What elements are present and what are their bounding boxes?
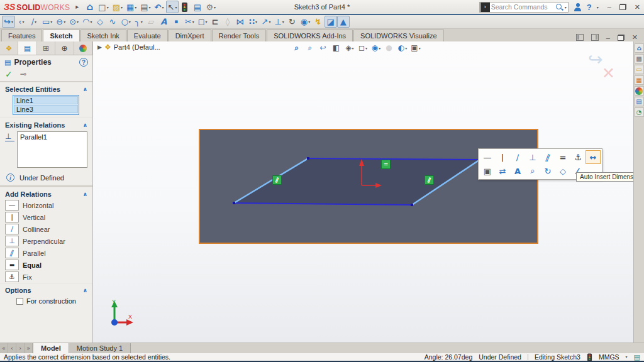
quick-snaps-icon[interactable]: ◉▾ — [299, 16, 312, 28]
exit-sketch-icon[interactable]: ↪▾ — [2, 16, 15, 28]
tab-evaluate[interactable]: Evaluate — [127, 30, 168, 41]
flyout-arrow-icon[interactable]: ▸ — [71, 1, 84, 13]
make-horizontal-icon[interactable]: — — [480, 150, 495, 164]
options-icon[interactable]: ⚙▾ — [204, 1, 218, 13]
feature-statistics-icon[interactable]: ▤ — [191, 1, 204, 13]
straight-slot-icon[interactable]: ⊖▾ — [54, 16, 67, 28]
select-icon[interactable]: ↖▾ — [166, 1, 179, 13]
solidworks-resources-icon[interactable]: ▩ — [635, 54, 644, 63]
tab-features[interactable]: Features — [1, 30, 42, 41]
existing-relations-list[interactable]: Parallel1 — [17, 131, 87, 168]
selected-entity-item[interactable]: Line1 — [14, 96, 78, 104]
display-relations-icon[interactable]: ⊥▾ — [272, 16, 286, 28]
new-document-icon[interactable]: □▾ — [96, 1, 110, 13]
traffic-light-icon[interactable] — [179, 1, 191, 13]
annotation-icon[interactable]: A — [510, 164, 525, 178]
search-commands-box[interactable]: › Search Commands ▾ — [479, 2, 569, 13]
selected-entities-list[interactable]: Line1 Line3 — [13, 95, 79, 115]
offset-entities-icon[interactable]: ⊏ — [209, 16, 222, 28]
line-icon[interactable]: ∕▾ — [28, 16, 40, 28]
construction-geometry-icon[interactable]: ◇ — [555, 164, 570, 178]
for-construction-checkbox[interactable] — [16, 298, 23, 305]
sketch-preview-icon[interactable]: ▲ — [337, 16, 350, 28]
relation-fix[interactable]: ⚓ Fix — [0, 271, 92, 283]
plane-icon[interactable]: ▱ — [145, 16, 158, 28]
user-account-icon[interactable] — [574, 3, 582, 11]
make-perpendicular-icon[interactable]: ⊥ — [525, 150, 540, 164]
tab-sketch-ink[interactable]: Sketch Ink — [80, 30, 126, 41]
tab-solidworks-add-ins[interactable]: SOLIDWORKS Add-Ins — [267, 30, 353, 41]
relation-horizontal[interactable]: — Horizontal — [0, 199, 92, 211]
zoom-to-area-icon[interactable]: ⌕ — [304, 42, 316, 53]
tab-model[interactable]: Model — [33, 343, 69, 353]
convert-entities-icon[interactable]: ◻▾ — [196, 16, 209, 28]
help-icon[interactable]: ? — [587, 3, 592, 12]
display-style-icon[interactable]: ◻▾ — [357, 42, 369, 53]
text-icon[interactable]: A — [158, 16, 170, 28]
zoom-to-selection-icon[interactable]: ⌕ — [525, 164, 540, 178]
relation-equal[interactable]: = Equal — [0, 259, 92, 271]
propertymanager-tab-icon[interactable]: ▤ — [18, 41, 36, 55]
parallel-relation-badge[interactable]: ∥ — [425, 175, 434, 185]
apply-scene-icon[interactable]: ◐▾ — [396, 42, 409, 53]
forum-icon[interactable]: ◔ — [635, 107, 644, 117]
vertex-point[interactable] — [233, 202, 235, 204]
selected-entity-item[interactable]: Line3 — [14, 105, 78, 113]
trim-entities-icon[interactable]: ✂▾ — [183, 16, 196, 28]
zoom-to-fit-icon[interactable]: ⌕ — [291, 42, 303, 53]
search-input[interactable]: Search Commands — [491, 3, 555, 11]
doc-close-button[interactable]: ✕ — [632, 33, 638, 41]
linear-pattern-icon[interactable]: ∷▾ — [247, 16, 260, 28]
edit-appearance-icon[interactable]: ● — [383, 42, 396, 53]
task-home-icon[interactable]: ⌂ — [635, 43, 644, 53]
dimxpertmanager-tab-icon[interactable]: ⊕ — [55, 41, 74, 55]
custom-properties-icon[interactable]: ▤ — [635, 97, 644, 106]
fix-icon[interactable]: ⚓ — [570, 150, 586, 164]
relation-parallel[interactable]: ∥ Parallel — [0, 247, 92, 259]
units-caret-icon[interactable]: ▾ — [626, 353, 628, 361]
panel-help-icon[interactable]: ? — [79, 58, 88, 67]
home-icon[interactable]: ⌂ — [84, 1, 96, 13]
rotate-entities-icon[interactable]: ↻ — [540, 164, 555, 178]
tab-dimxpert[interactable]: DimXpert — [169, 30, 211, 41]
status-units[interactable]: MMGS — [599, 353, 619, 361]
hide-show-items-icon[interactable]: ◉▾ — [370, 42, 382, 53]
repair-sketch-icon[interactable]: ↻ — [286, 16, 299, 28]
reverse-endpoints-icon[interactable]: ⇄ — [495, 164, 510, 178]
featuremanager-tab-icon[interactable]: ❖ — [0, 41, 18, 55]
graphics-viewport[interactable]: ▶ ❖ Part4 (Defaul... ⌕ ⌕ ↩ — [93, 41, 633, 343]
ok-button[interactable]: ✓ — [5, 69, 13, 79]
make-equal-icon[interactable]: = — [555, 150, 570, 164]
relation-vertical[interactable]: | Vertical — [0, 211, 92, 223]
close-button[interactable]: ✕ — [635, 3, 640, 11]
mirror-entities-icon[interactable]: ⋈ — [235, 16, 247, 28]
display-pane-right-icon[interactable] — [591, 34, 599, 41]
point-icon[interactable]: ▪ — [170, 16, 183, 28]
make-vertical-icon[interactable]: | — [495, 150, 510, 164]
circle-icon[interactable]: ⊙▾ — [67, 16, 80, 28]
existing-relation-item[interactable]: Parallel1 — [20, 133, 84, 141]
make-collinear-icon[interactable]: ∕ — [510, 150, 525, 164]
pin-icon[interactable]: ⊸ — [20, 70, 26, 79]
undo-icon[interactable]: ↶▾ — [153, 1, 166, 13]
tab-sketch[interactable]: Sketch — [43, 30, 79, 41]
instant2d-icon[interactable]: ↯ — [312, 16, 325, 28]
tree-expand-icon[interactable]: ▶ — [97, 44, 102, 50]
auto-insert-dimension-icon[interactable]: ↔ — [586, 150, 601, 164]
centerpoint-arc-icon[interactable]: ◠▾ — [80, 16, 94, 28]
tab-solidworks-visualize[interactable]: SOLIDWORKS Visualize — [353, 30, 443, 41]
configurationmanager-tab-icon[interactable]: ⊞ — [37, 41, 55, 55]
view-orientation-icon[interactable]: ◈▾ — [343, 42, 356, 53]
tab-nav-arrow-icon[interactable]: ‹ — [8, 343, 16, 353]
previous-view-icon[interactable]: ↩ — [317, 42, 330, 53]
mirror-icon[interactable]: ◊ — [222, 16, 235, 28]
section-view-icon[interactable]: ◧ — [330, 42, 343, 53]
tab-nav-arrow-icon[interactable]: « — [0, 343, 8, 353]
shaded-sketch-contours-icon[interactable]: ◪ — [325, 16, 337, 28]
doc-minimize-button[interactable]: – — [606, 34, 610, 41]
doc-restore-button[interactable] — [618, 35, 625, 41]
tree-root-label[interactable]: Part4 (Defaul... — [114, 43, 160, 51]
tab-nav-arrow-icon[interactable]: » — [25, 343, 33, 353]
corner-rectangle-icon[interactable]: ▭▾ — [40, 16, 54, 28]
display-pane-left-icon[interactable] — [576, 34, 584, 41]
